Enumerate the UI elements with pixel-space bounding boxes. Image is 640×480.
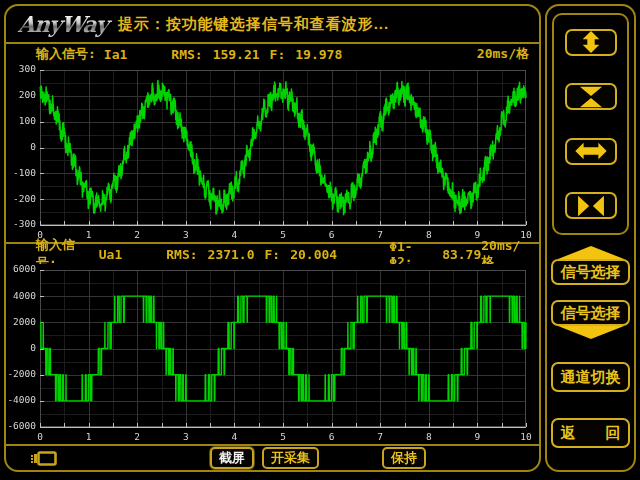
- battery-icon: [30, 450, 64, 467]
- sidebar: 信号选择 信号选择 通道切换 返 回: [545, 4, 636, 472]
- waveform-panel-ia1: 输入信号: Ia1 RMS: 159.21 F: 19.978 20ms/格: [6, 44, 539, 244]
- anyway-logo: AnyWay: [17, 11, 119, 37]
- start-acquire-button[interactable]: 开采集: [262, 447, 319, 469]
- timebase-value: 20ms/格: [477, 45, 529, 63]
- rms-value: 2371.0: [208, 247, 255, 262]
- signal-select-down-button[interactable]: 信号选择: [551, 300, 630, 339]
- waveform-panel-ua1: 输入信号: Ua1 RMS: 2371.0 F: 20.004 Φ1-Φ2: 8…: [6, 244, 539, 446]
- compress-horizontal-button[interactable]: [565, 192, 617, 219]
- panel-header-ia1: 输入信号: Ia1 RMS: 159.21 F: 19.978 20ms/格: [6, 44, 539, 64]
- expand-vertical-icon: [574, 30, 608, 54]
- channel-switch-label[interactable]: 通道切换: [551, 362, 630, 392]
- panel-header-ua1: 输入信号: Ua1 RMS: 2371.0 F: 20.004 Φ1-Φ2: 8…: [6, 244, 539, 264]
- signal-select-up-button[interactable]: 信号选择: [551, 246, 630, 285]
- waveform-canvas-ia1: [6, 64, 539, 242]
- bottom-bar: 截屏 开采集 保持: [6, 446, 539, 470]
- screenshot-button[interactable]: 截屏: [210, 447, 254, 469]
- signal-select-up-label[interactable]: 信号选择: [551, 259, 630, 285]
- rms-value: 159.21: [213, 47, 260, 62]
- main-display-frame: AnyWay 提示：按功能键选择信号和查看波形... 输入信号: Ia1 RMS…: [4, 4, 541, 472]
- expand-horizontal-button[interactable]: [565, 138, 617, 165]
- rms-label: RMS:: [166, 247, 197, 262]
- expand-vertical-button[interactable]: [565, 29, 617, 56]
- input-signal-label: 输入信号:: [36, 45, 96, 63]
- phase-value: 83.79: [442, 247, 481, 262]
- signal-name: Ua1: [99, 247, 122, 262]
- signal-select-down-label[interactable]: 信号选择: [551, 300, 630, 326]
- title-bar: AnyWay 提示：按功能键选择信号和查看波形...: [6, 6, 539, 44]
- compress-horizontal-icon: [574, 194, 608, 218]
- freq-label: F:: [270, 47, 286, 62]
- triangle-up-icon: [558, 246, 624, 259]
- triangle-down-icon: [558, 326, 624, 339]
- hold-button[interactable]: 保持: [382, 447, 426, 469]
- back-button[interactable]: 返 回: [551, 418, 630, 448]
- freq-value: 20.004: [290, 247, 337, 262]
- freq-label: F:: [265, 247, 281, 262]
- expand-horizontal-icon: [574, 139, 608, 163]
- waveform-canvas-ua1: [6, 264, 539, 444]
- signal-name: Ia1: [104, 47, 127, 62]
- compress-vertical-button[interactable]: [565, 83, 617, 110]
- hint-message: 提示：按功能键选择信号和查看波形...: [118, 15, 390, 34]
- channel-switch-button[interactable]: 通道切换: [551, 362, 630, 392]
- compress-vertical-icon: [574, 85, 608, 109]
- freq-value: 19.978: [295, 47, 342, 62]
- waveform-zoom-button-group: [552, 13, 629, 235]
- rms-label: RMS:: [171, 47, 202, 62]
- back-label[interactable]: 返 回: [551, 418, 630, 448]
